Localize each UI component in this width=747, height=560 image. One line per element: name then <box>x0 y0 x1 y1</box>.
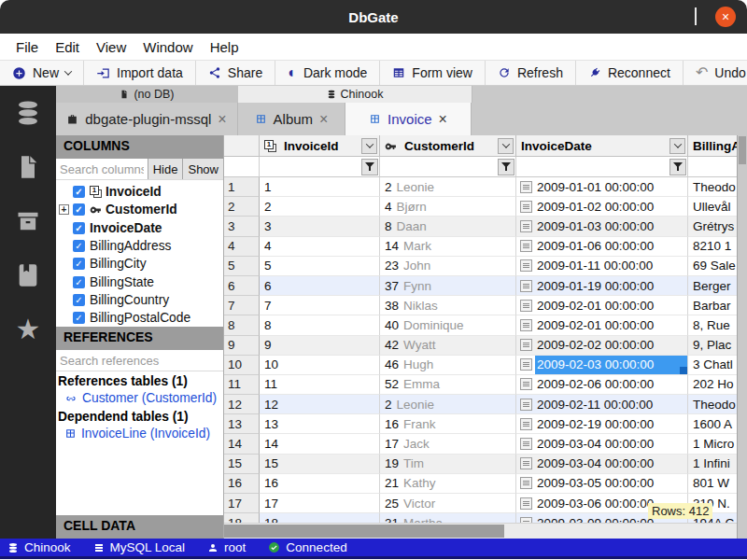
checkbox-checked-icon[interactable]: ✓ <box>73 312 85 324</box>
row-number-cell[interactable]: 3 <box>224 217 260 236</box>
cell-customerid[interactable]: 21Kathy <box>380 474 516 494</box>
cell-customerid[interactable]: 38Niklas <box>380 296 516 315</box>
cell-invoiceid[interactable]: 11 <box>260 375 380 395</box>
cell-invoicedate[interactable]: 2009-02-01 00:00:00 <box>516 315 688 335</box>
cell-customerid[interactable]: 2Leonie <box>380 177 516 197</box>
cell-customerid[interactable]: 16Frank <box>380 414 516 434</box>
cell-customerid[interactable]: 31Martha <box>380 513 516 523</box>
archive-nav-icon[interactable] <box>12 205 44 237</box>
status-connection[interactable]: MySQL Local <box>93 540 186 554</box>
cell-invoicedate[interactable]: 2009-02-19 00:00:00 <box>516 414 688 434</box>
cell-invoicedate[interactable]: 2009-02-06 00:00:00 <box>516 375 688 395</box>
row-number-cell[interactable]: 9 <box>224 336 260 356</box>
row-number-cell[interactable]: 13 <box>224 414 260 434</box>
column-item[interactable]: ✓1InvoiceId <box>56 183 223 201</box>
cell-customerid[interactable]: 2Leonie <box>380 395 516 414</box>
cell-invoicedate[interactable]: 2009-02-11 00:00:00 <box>516 395 688 414</box>
column-item[interactable]: ✓BillingPostalCode <box>56 309 223 327</box>
cell-invoicedate[interactable]: 2009-01-03 00:00:00 <box>516 217 688 236</box>
row-number-cell[interactable]: 10 <box>224 356 260 375</box>
menu-edit[interactable]: Edit <box>47 39 88 55</box>
cell-customerid[interactable]: 25Victor <box>380 494 516 513</box>
cell-invoiceid[interactable]: 12 <box>260 395 380 414</box>
files-nav-icon[interactable] <box>12 151 44 183</box>
row-number-cell[interactable]: 14 <box>224 434 260 454</box>
cell-invoiceid[interactable]: 5 <box>260 257 380 276</box>
checkbox-checked-icon[interactable]: ✓ <box>73 240 85 252</box>
row-number-cell[interactable]: 7 <box>224 296 260 315</box>
cell-invoicedate[interactable]: 2009-02-01 00:00:00 <box>516 296 688 315</box>
cell-customerid[interactable]: 17Jack <box>380 434 516 454</box>
cell-invoiceid[interactable]: 6 <box>260 276 380 296</box>
row-number-cell[interactable]: 18 <box>224 513 260 523</box>
cell-invoiceid[interactable]: 18 <box>260 513 380 523</box>
cell-invoiceid[interactable]: 15 <box>260 455 380 474</box>
row-number-cell[interactable]: 5 <box>224 257 260 276</box>
filter-button[interactable] <box>498 159 514 175</box>
cell-customerid[interactable]: 23John <box>380 257 516 276</box>
checkbox-checked-icon[interactable]: ✓ <box>73 186 85 198</box>
cell-invoiceid[interactable]: 9 <box>260 336 380 356</box>
cell-invoicedate[interactable]: 2009-01-11 00:00:00 <box>516 257 688 276</box>
cell-invoicedate[interactable]: 2009-01-02 00:00:00 <box>516 197 688 217</box>
cell-invoicedate[interactable]: 2009-01-06 00:00:00 <box>516 237 688 257</box>
column-item[interactable]: ✓InvoiceDate <box>56 219 223 237</box>
row-number-cell[interactable]: 6 <box>224 276 260 296</box>
close-tab-icon[interactable]: × <box>439 112 447 127</box>
column-header-invoiceid[interactable]: 1InvoiceId <box>260 135 380 157</box>
horizontal-scrollbar-thumb[interactable] <box>224 525 504 538</box>
tab-dbgate-plugin-mssql[interactable]: dbgate-plugin-mssql × <box>56 103 238 135</box>
close-button[interactable]: × <box>715 7 736 27</box>
filter-input-customerid[interactable] <box>380 157 497 176</box>
hide-button[interactable]: Hide <box>148 159 183 179</box>
tab-invoice[interactable]: Invoice × <box>345 103 472 135</box>
checkbox-checked-icon[interactable]: ✓ <box>73 276 85 288</box>
column-item[interactable]: ✓BillingCountry <box>56 291 223 309</box>
reconnect-button[interactable]: Reconnect <box>576 61 684 85</box>
cell-invoiceid[interactable]: 8 <box>260 315 380 335</box>
row-number-cell[interactable]: 1 <box>224 177 260 197</box>
cell-invoiceid[interactable]: 1 <box>260 177 380 197</box>
cell-customerid[interactable]: 14Mark <box>380 237 516 257</box>
menu-file[interactable]: File <box>7 39 47 55</box>
form-view-button[interactable]: Form view <box>380 61 486 85</box>
database-nav-icon[interactable] <box>12 97 44 129</box>
menu-help[interactable]: Help <box>202 39 247 55</box>
cell-invoicedate[interactable]: 2009-02-03 00:00:00 <box>516 356 688 375</box>
checkbox-checked-icon[interactable]: ✓ <box>73 203 85 216</box>
cell-invoiceid[interactable]: 14 <box>260 434 380 454</box>
cell-customerid[interactable]: 37Fynn <box>380 276 516 296</box>
column-dropdown-button[interactable] <box>669 138 685 154</box>
row-number-cell[interactable]: 4 <box>224 237 260 257</box>
row-number-cell[interactable]: 11 <box>224 375 260 395</box>
cell-customerid[interactable]: 46Hugh <box>380 356 516 375</box>
cell-invoicedate[interactable]: 2009-01-19 00:00:00 <box>516 276 688 296</box>
expand-icon[interactable]: + <box>59 204 69 215</box>
row-number-cell[interactable]: 15 <box>224 455 260 474</box>
cell-customerid[interactable]: 8Daan <box>380 217 516 236</box>
search-references-input[interactable] <box>56 350 223 371</box>
favorites-nav-icon[interactable]: ★ <box>12 314 44 345</box>
column-item[interactable]: +✓CustomerId <box>56 201 223 218</box>
dark-mode-button[interactable]: ◐ Dark mode <box>275 61 380 85</box>
close-tab-icon[interactable]: × <box>319 112 328 127</box>
dependent-link-invoiceline[interactable]: InvoiceLine (InvoiceId) <box>56 425 223 442</box>
tab-album[interactable]: Album × <box>238 103 345 135</box>
checkbox-checked-icon[interactable]: ✓ <box>73 294 85 306</box>
vertical-scrollbar-thumb[interactable] <box>739 136 746 164</box>
column-item[interactable]: ✓BillingCity <box>56 255 223 273</box>
import-data-button[interactable]: Import data <box>84 61 196 85</box>
menu-window[interactable]: Window <box>134 39 201 55</box>
show-button[interactable]: Show <box>182 159 223 179</box>
status-user[interactable]: root <box>207 540 246 554</box>
cell-invoicedate[interactable]: 2009-03-04 00:00:00 <box>516 434 688 454</box>
row-number-cell[interactable]: 17 <box>224 494 260 513</box>
selection-handle[interactable] <box>680 367 687 374</box>
row-number-cell[interactable]: 16 <box>224 474 260 494</box>
column-item[interactable]: ✓BillingState <box>56 273 223 290</box>
filter-input-invoicedate[interactable] <box>516 157 669 176</box>
row-number-cell[interactable]: 12 <box>224 395 260 414</box>
cell-invoiceid[interactable]: 2 <box>260 197 380 217</box>
filter-input-invoiceid[interactable] <box>260 157 360 176</box>
cell-invoiceid[interactable]: 16 <box>260 474 380 494</box>
